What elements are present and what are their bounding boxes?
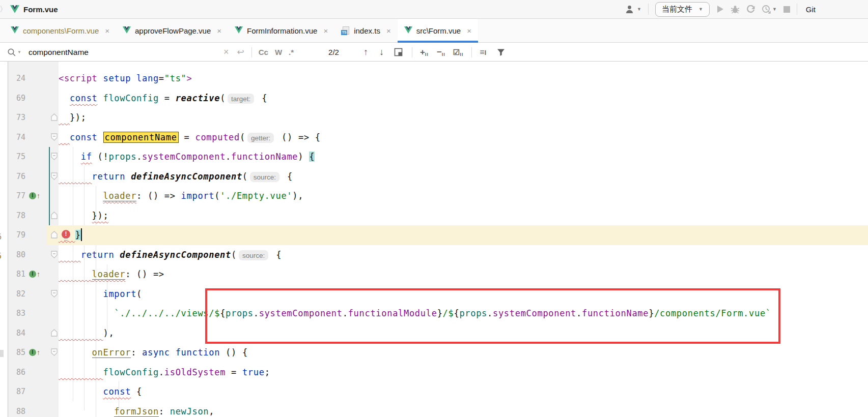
code-text: return defineAsyncComponent(source: {: [59, 245, 282, 266]
text-caret: [81, 228, 82, 241]
implements-member-gutter-icon[interactable]: I↑: [29, 270, 40, 278]
code-text: ),: [59, 323, 114, 343]
code-text: });: [59, 206, 108, 226]
line-number: 83: [0, 304, 25, 323]
line-number: 82: [0, 284, 25, 304]
code-line-85[interactable]: 85I↑ onError: async function () {: [0, 343, 868, 363]
line-number: 73: [0, 108, 25, 128]
code-text: <script setup lang="ts">: [59, 69, 192, 88]
code-text: onError: async function () {: [59, 343, 248, 363]
implements-member-gutter-icon[interactable]: I↑: [29, 348, 40, 356]
code-line-24[interactable]: 24<script setup lang="ts">: [0, 69, 868, 88]
code-line-78[interactable]: 78 });: [0, 206, 868, 226]
search-match-highlight: componentName: [103, 132, 179, 143]
code-text: });: [59, 108, 87, 128]
code-line-87[interactable]: 87 const {: [0, 382, 868, 402]
line-number: 85: [0, 343, 25, 363]
line-number: 79: [0, 225, 25, 245]
code-line-73[interactable]: 73 });: [0, 108, 868, 128]
code-line-69[interactable]: 69 const flowConfig = reactive(target: {: [0, 88, 868, 108]
code-line-88[interactable]: 88 formJson: newJson,: [0, 402, 868, 417]
code-line-80[interactable]: 80 return defineAsyncComponent(source: {: [0, 245, 868, 265]
code-line-76[interactable]: 76 return defineAsyncComponent(source: {: [0, 167, 868, 187]
code-line-81[interactable]: 81I↑ loader: () =>: [0, 264, 868, 284]
red-annotation-rectangle: [205, 288, 780, 344]
line-number: 24: [0, 69, 25, 88]
code-text: const componentName = computed(getter: (…: [59, 128, 321, 148]
line-number: 81: [0, 264, 25, 284]
code-text: }: [59, 225, 82, 245]
line-number: 76: [0, 167, 25, 187]
line-number: 84: [0, 323, 25, 343]
code-text: if (!props.systemComponent.functionName)…: [59, 147, 315, 167]
line-number: 75: [0, 147, 25, 167]
code-text: const {: [59, 382, 142, 402]
code-line-86[interactable]: 86 flowConfig.isOldSystem = true;: [0, 363, 868, 382]
line-number: 69: [0, 88, 25, 108]
fold-marker-icon[interactable]: [50, 211, 59, 220]
line-number: 78: [0, 206, 25, 226]
line-number: 86: [0, 363, 25, 382]
fold-marker-icon[interactable]: [50, 250, 59, 259]
fold-marker-icon[interactable]: [50, 172, 59, 181]
line-number: 80: [0, 245, 25, 265]
fold-marker-icon[interactable]: [50, 133, 59, 141]
code-text: const flowConfig = reactive(target: {: [59, 88, 267, 109]
fold-marker-icon[interactable]: [50, 153, 59, 161]
fold-marker-icon[interactable]: [50, 329, 59, 337]
line-number: 87: [0, 382, 25, 402]
fold-marker-icon[interactable]: [50, 289, 59, 298]
code-text: flowConfig.isOldSystem = true;: [59, 363, 270, 382]
code-line-74[interactable]: 74 const componentName = computed(getter…: [0, 128, 868, 147]
fold-marker-icon[interactable]: [50, 348, 59, 357]
line-number: 88: [0, 402, 25, 417]
code-line-77[interactable]: 77I↑ loader: () => import('./Empty.vue')…: [0, 186, 868, 206]
implements-member-gutter-icon[interactable]: I↑: [29, 192, 40, 200]
line-number: 77: [0, 186, 25, 206]
code-text: loader: () =>: [59, 264, 164, 284]
fold-marker-icon[interactable]: [50, 113, 59, 122]
code-text: return defineAsyncComponent(source: {: [59, 167, 293, 188]
line-number: 74: [0, 128, 25, 147]
code-editor[interactable]: 24<script setup lang="ts">69 const flowC…: [0, 0, 868, 417]
code-text: import(: [59, 284, 142, 304]
code-text: loader: () => import('./Empty.vue'),: [59, 186, 303, 206]
code-text: formJson: newJson,: [59, 402, 214, 417]
fold-marker-icon[interactable]: [50, 231, 59, 240]
code-line-75[interactable]: 75 if (!props.systemComponent.functionNa…: [0, 147, 868, 167]
code-line-79[interactable]: 79! }: [0, 225, 868, 245]
